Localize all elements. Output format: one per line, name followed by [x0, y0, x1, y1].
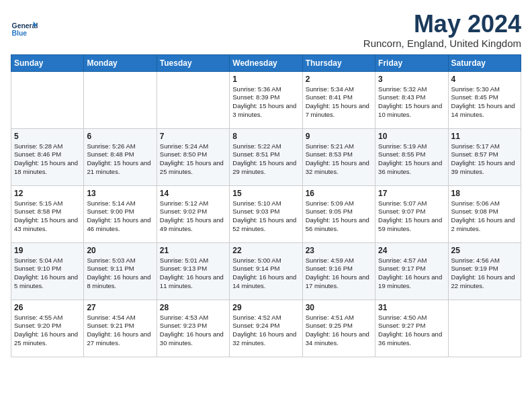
table-row: 25Sunrise: 4:56 AM Sunset: 9:19 PM Dayli…: [448, 242, 521, 300]
day-number: 14: [160, 189, 226, 198]
table-row: 11Sunrise: 5:17 AM Sunset: 8:57 PM Dayli…: [448, 128, 521, 185]
table-row: 17Sunrise: 5:07 AM Sunset: 9:07 PM Dayli…: [375, 185, 448, 242]
table-row: 12Sunrise: 5:15 AM Sunset: 8:58 PM Dayli…: [11, 185, 84, 242]
calendar-week-row: 26Sunrise: 4:55 AM Sunset: 9:20 PM Dayli…: [11, 300, 521, 357]
day-info: Sunrise: 4:50 AM Sunset: 9:27 PM Dayligh…: [378, 314, 445, 348]
calendar-week-row: 19Sunrise: 5:04 AM Sunset: 9:10 PM Dayli…: [11, 242, 521, 300]
day-number: 12: [14, 189, 81, 198]
calendar-week-row: 5Sunrise: 5:28 AM Sunset: 8:46 PM Daylig…: [11, 128, 521, 185]
day-number: 13: [87, 189, 153, 198]
day-number: 22: [232, 246, 299, 255]
day-info: Sunrise: 5:34 AM Sunset: 8:41 PM Dayligh…: [306, 85, 372, 120]
day-number: 4: [451, 75, 518, 84]
header-tuesday: Tuesday: [157, 54, 229, 71]
calendar-table: Sunday Monday Tuesday Wednesday Thursday…: [11, 54, 521, 357]
day-number: 19: [14, 246, 81, 255]
day-info: Sunrise: 5:19 AM Sunset: 8:55 PM Dayligh…: [378, 142, 445, 177]
table-row: 20Sunrise: 5:03 AM Sunset: 9:11 PM Dayli…: [84, 242, 157, 300]
day-info: Sunrise: 5:10 AM Sunset: 9:03 PM Dayligh…: [232, 199, 299, 234]
day-number: 5: [14, 132, 81, 141]
day-info: Sunrise: 5:09 AM Sunset: 9:05 PM Dayligh…: [306, 199, 372, 234]
day-number: 27: [87, 303, 153, 312]
day-number: 3: [378, 75, 445, 84]
table-row: 4Sunrise: 5:30 AM Sunset: 8:45 PM Daylig…: [448, 71, 521, 128]
day-number: 25: [451, 246, 518, 255]
location-subtitle: Runcorn, England, United Kingdom: [363, 38, 521, 49]
day-info: Sunrise: 5:06 AM Sunset: 9:08 PM Dayligh…: [451, 199, 518, 234]
header-friday: Friday: [375, 54, 448, 71]
day-number: 11: [451, 132, 518, 141]
day-number: 30: [306, 303, 372, 312]
table-row: [448, 300, 521, 357]
day-info: Sunrise: 5:21 AM Sunset: 8:53 PM Dayligh…: [306, 142, 372, 177]
day-number: 31: [378, 303, 445, 312]
table-row: [157, 71, 229, 128]
day-info: Sunrise: 5:15 AM Sunset: 8:58 PM Dayligh…: [14, 199, 81, 234]
day-number: 8: [232, 132, 299, 141]
day-info: Sunrise: 5:17 AM Sunset: 8:57 PM Dayligh…: [451, 142, 518, 177]
table-row: 26Sunrise: 4:55 AM Sunset: 9:20 PM Dayli…: [11, 300, 84, 357]
day-info: Sunrise: 5:30 AM Sunset: 8:45 PM Dayligh…: [451, 85, 518, 120]
table-row: 3Sunrise: 5:32 AM Sunset: 8:43 PM Daylig…: [375, 71, 448, 128]
day-number: 23: [306, 246, 372, 255]
day-info: Sunrise: 5:12 AM Sunset: 9:02 PM Dayligh…: [160, 199, 226, 234]
table-row: 6Sunrise: 5:26 AM Sunset: 8:48 PM Daylig…: [84, 128, 157, 185]
header-thursday: Thursday: [302, 54, 375, 71]
table-row: 16Sunrise: 5:09 AM Sunset: 9:05 PM Dayli…: [302, 185, 375, 242]
month-year-title: May 2024: [363, 11, 521, 38]
header-sunday: Sunday: [11, 54, 84, 71]
table-row: 15Sunrise: 5:10 AM Sunset: 9:03 PM Dayli…: [230, 185, 302, 242]
calendar-week-row: 1Sunrise: 5:36 AM Sunset: 8:39 PM Daylig…: [11, 71, 521, 128]
day-info: Sunrise: 4:53 AM Sunset: 9:23 PM Dayligh…: [160, 314, 226, 348]
table-row: 24Sunrise: 4:57 AM Sunset: 9:17 PM Dayli…: [375, 242, 448, 300]
day-number: 24: [378, 246, 445, 255]
day-number: 15: [232, 189, 299, 198]
table-row: 30Sunrise: 4:51 AM Sunset: 9:25 PM Dayli…: [302, 300, 375, 357]
day-number: 9: [306, 132, 372, 141]
table-row: 8Sunrise: 5:22 AM Sunset: 8:51 PM Daylig…: [230, 128, 302, 185]
table-row: 7Sunrise: 5:24 AM Sunset: 8:50 PM Daylig…: [157, 128, 229, 185]
day-info: Sunrise: 4:54 AM Sunset: 9:21 PM Dayligh…: [87, 314, 153, 348]
day-info: Sunrise: 5:03 AM Sunset: 9:11 PM Dayligh…: [87, 257, 153, 291]
table-row: 1Sunrise: 5:36 AM Sunset: 8:39 PM Daylig…: [230, 71, 302, 128]
header-wednesday: Wednesday: [230, 54, 302, 71]
table-row: 27Sunrise: 4:54 AM Sunset: 9:21 PM Dayli…: [84, 300, 157, 357]
day-number: 26: [14, 303, 81, 312]
day-info: Sunrise: 4:56 AM Sunset: 9:19 PM Dayligh…: [451, 257, 518, 291]
day-info: Sunrise: 4:55 AM Sunset: 9:20 PM Dayligh…: [14, 314, 81, 348]
day-info: Sunrise: 5:26 AM Sunset: 8:48 PM Dayligh…: [87, 142, 153, 177]
table-row: 13Sunrise: 5:14 AM Sunset: 9:00 PM Dayli…: [84, 185, 157, 242]
page-header: General Blue May 2024 Runcorn, England, …: [11, 11, 521, 49]
day-number: 10: [378, 132, 445, 141]
day-info: Sunrise: 5:32 AM Sunset: 8:43 PM Dayligh…: [378, 85, 445, 120]
day-number: 21: [160, 246, 226, 255]
day-info: Sunrise: 5:01 AM Sunset: 9:13 PM Dayligh…: [160, 257, 226, 291]
day-number: 16: [306, 189, 372, 198]
day-info: Sunrise: 5:04 AM Sunset: 9:10 PM Dayligh…: [14, 257, 81, 291]
calendar-header-row: Sunday Monday Tuesday Wednesday Thursday…: [11, 54, 521, 71]
day-info: Sunrise: 4:51 AM Sunset: 9:25 PM Dayligh…: [306, 314, 372, 348]
header-saturday: Saturday: [448, 54, 521, 71]
table-row: 29Sunrise: 4:52 AM Sunset: 9:24 PM Dayli…: [230, 300, 302, 357]
day-number: 18: [451, 189, 518, 198]
table-row: 18Sunrise: 5:06 AM Sunset: 9:08 PM Dayli…: [448, 185, 521, 242]
day-info: Sunrise: 5:28 AM Sunset: 8:46 PM Dayligh…: [14, 142, 81, 177]
day-number: 7: [160, 132, 226, 141]
table-row: 22Sunrise: 5:00 AM Sunset: 9:14 PM Dayli…: [230, 242, 302, 300]
calendar-week-row: 12Sunrise: 5:15 AM Sunset: 8:58 PM Dayli…: [11, 185, 521, 242]
header-monday: Monday: [84, 54, 157, 71]
day-info: Sunrise: 4:57 AM Sunset: 9:17 PM Dayligh…: [378, 257, 445, 291]
day-info: Sunrise: 4:52 AM Sunset: 9:24 PM Dayligh…: [232, 314, 299, 348]
logo-icon: General Blue: [11, 16, 38, 43]
day-info: Sunrise: 5:24 AM Sunset: 8:50 PM Dayligh…: [160, 142, 226, 177]
day-number: 28: [160, 303, 226, 312]
svg-text:Blue: Blue: [12, 30, 28, 37]
table-row: 28Sunrise: 4:53 AM Sunset: 9:23 PM Dayli…: [157, 300, 229, 357]
day-number: 6: [87, 132, 153, 141]
table-row: 23Sunrise: 4:59 AM Sunset: 9:16 PM Dayli…: [302, 242, 375, 300]
day-info: Sunrise: 5:22 AM Sunset: 8:51 PM Dayligh…: [232, 142, 299, 177]
day-info: Sunrise: 5:07 AM Sunset: 9:07 PM Dayligh…: [378, 199, 445, 234]
table-row: [11, 71, 84, 128]
table-row: 9Sunrise: 5:21 AM Sunset: 8:53 PM Daylig…: [302, 128, 375, 185]
day-info: Sunrise: 4:59 AM Sunset: 9:16 PM Dayligh…: [306, 257, 372, 291]
